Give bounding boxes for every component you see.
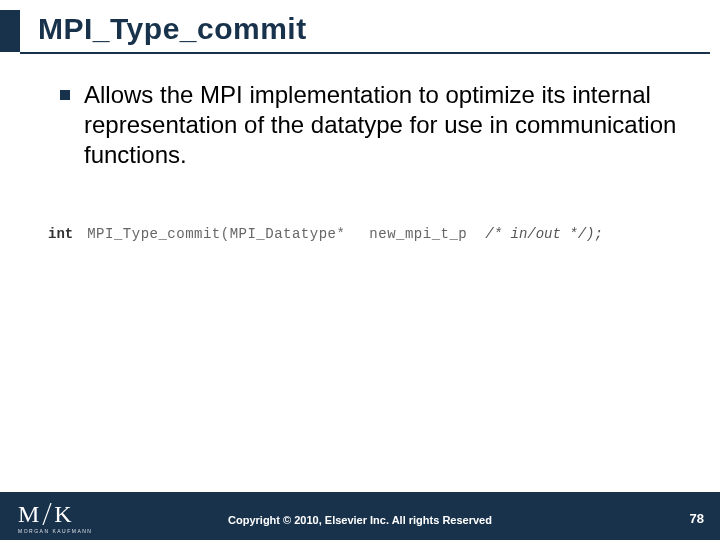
title-bar: MPI_Type_commit [0,10,710,60]
title-underline [20,52,710,54]
code-return-type: int [48,226,73,242]
bullet-item: Allows the MPI implementation to optimiz… [60,80,680,170]
footer-bar: MK MORGAN KAUFMANN Copyright © 2010, Els… [0,492,720,540]
code-comment: /* in/out */); [485,226,603,242]
slide-body: Allows the MPI implementation to optimiz… [60,80,680,198]
bullet-text: Allows the MPI implementation to optimiz… [84,80,680,170]
code-line: int MPI_Type_commit(MPI_Datatype* new_mp… [48,226,680,242]
slide-title: MPI_Type_commit [38,12,307,46]
copyright-text: Copyright © 2010, Elsevier Inc. All righ… [0,514,720,526]
slide: MPI_Type_commit Allows the MPI implement… [0,0,720,540]
page-number: 78 [690,511,704,526]
code-func-signature: MPI_Type_commit(MPI_Datatype* [87,226,345,242]
bullet-square-icon [60,90,70,100]
logo-subtext: MORGAN KAUFMANN [18,528,92,534]
code-param: new_mpi_t_p [369,226,467,242]
title-accent [0,10,20,52]
